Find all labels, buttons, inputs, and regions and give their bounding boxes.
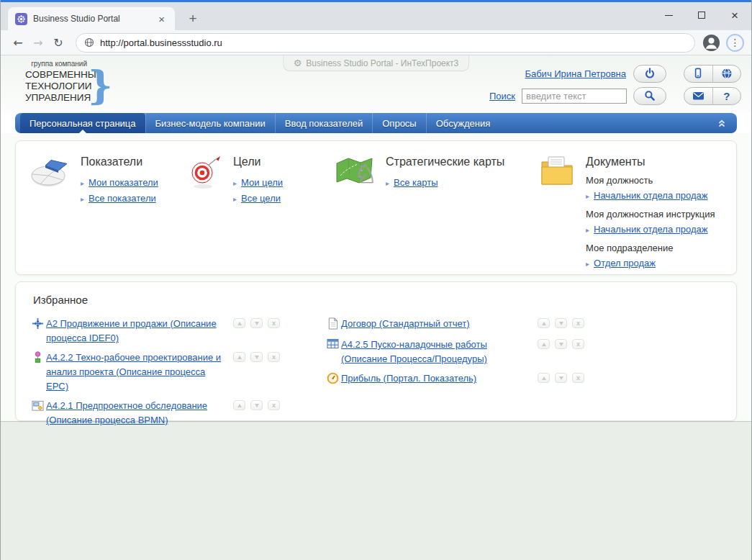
tab-personal-page[interactable]: Персональная страница [20,113,145,133]
magnifier-icon [644,90,656,101]
link-my-position[interactable]: Начальник отдела продаж [594,188,707,203]
link-my-goals[interactable]: Мои цели [241,175,283,190]
up-arrow-icon [237,404,242,407]
favorite-link[interactable]: A4.2.2 Техно-рабочее проектирование и ан… [46,351,227,394]
section-strategy-maps: ♘ Стратегические карты ▸Все карты [334,154,504,193]
favorite-link[interactable]: A4.2.1 Предпроектное обследование (Описа… [46,399,227,428]
tab-business-model[interactable]: Бизнес-модель компании [145,113,275,133]
tab-surveys[interactable]: Опросы [372,113,425,133]
move-down-button[interactable] [555,318,567,328]
section-title: Цели [233,155,283,168]
user-name-link[interactable]: Бабич Ирина Петровна [525,68,626,79]
minimize-icon [665,15,673,16]
remove-button[interactable]: x [572,373,584,383]
move-down-button[interactable] [250,352,263,362]
documents-group-label: Моя должностная инструкция [586,209,715,220]
remove-button[interactable]: x [572,339,584,349]
language-button[interactable] [712,66,741,82]
tab-discussions[interactable]: Обсуждения [426,113,500,133]
minimize-button[interactable] [652,2,685,28]
back-icon[interactable]: ← [8,36,28,50]
down-arrow-icon [559,322,563,325]
move-up-button[interactable] [538,318,550,328]
move-up-button[interactable] [233,400,245,410]
section-goals: Цели ▸Мои цели ▸Все цели [190,154,283,207]
link-all-indicators[interactable]: Все показатели [89,191,156,206]
favorite-link[interactable]: Прибыль (Портал. Показатель) [341,371,530,386]
move-up-button[interactable] [538,373,550,383]
move-up-button[interactable] [233,318,245,328]
address-bar[interactable]: http://portal.businessstudio.ru [76,33,695,53]
move-down-button[interactable] [555,373,567,383]
dashboard-panel: Показатели ▸Мои показатели ▸Все показате… [15,140,737,275]
window-controls: × [652,2,751,28]
favorite-item: A2 Продвижение и продажи (Описание проце… [32,317,280,346]
browser-menu-button[interactable]: ⋮ [726,34,744,52]
page-content: Показатели ▸Мои показатели ▸Все показате… [1,133,751,421]
tab-indicator-input[interactable]: Ввод показателей [275,113,373,133]
remove-button[interactable]: x [268,400,280,410]
document-icon [327,317,341,333]
move-down-button[interactable] [555,339,567,349]
search-input[interactable] [522,89,627,104]
mobile-phone-icon [692,68,704,79]
favorite-link[interactable]: A4.2.5 Пуско-наладочные работы (Описание… [341,338,530,366]
remove-icon: x [272,354,276,361]
arrow-bullet-icon: ▸ [233,191,237,207]
link-my-job-description[interactable]: Начальник отдела продаж [594,222,707,237]
globe-icon [84,37,94,48]
site-header: группа компаний СОВРЕМЕННЫЕ ТЕХНОЛОГИИ У… [1,55,751,113]
search-link[interactable]: Поиск [489,91,515,101]
collapse-navbar-button[interactable] [707,113,737,133]
bpmn-icon [32,399,46,415]
favorite-link[interactable]: A2 Продвижение и продажи (Описание проце… [46,317,227,346]
new-tab-button[interactable]: + [184,9,202,28]
tab-close-icon[interactable]: × [155,12,168,26]
maximize-button[interactable] [685,2,718,28]
section-title: Документы [586,155,715,168]
remove-button[interactable]: x [268,352,280,362]
pie-chart-icon [29,154,71,207]
favorite-link[interactable]: Договор (Стандартный отчет) [341,317,530,331]
move-down-button[interactable] [250,318,263,328]
browser-tab[interactable]: Business Studio Portal × [8,7,175,30]
move-up-button[interactable] [538,339,550,349]
header-button-group-top [684,65,741,83]
browser-toolbar: ← → ↻ http://portal.businessstudio.ru ⋮ [1,30,751,55]
portal-badge-text: Business Studio Portal - ИнТехПроект3 [306,58,458,68]
link-all-maps[interactable]: Все карты [394,175,438,190]
envelope-icon [692,91,705,101]
link-all-goals[interactable]: Все цели [241,191,281,206]
reload-icon[interactable]: ↻ [48,36,68,50]
section-title: Показатели [81,155,158,168]
section-title: Стратегические карты [386,155,504,168]
down-arrow-icon [559,343,563,346]
link-my-department[interactable]: Отдел продаж [594,256,656,271]
mail-button[interactable] [684,88,712,104]
remove-icon: x [272,320,276,327]
search-button[interactable] [633,87,666,105]
logout-button[interactable] [633,65,666,83]
up-arrow-icon [542,376,546,380]
profile-avatar-icon[interactable] [702,34,720,52]
forward-icon[interactable]: → [28,36,48,50]
logo-line: УПРАВЛЕНИЯ [25,92,87,104]
favorites-left-column: A2 Продвижение и продажи (Описание проце… [32,317,280,433]
power-icon [644,68,656,79]
favorites-panel: Избранное A2 Продвижение и продажи (Опис… [15,281,737,421]
close-button[interactable]: × [718,2,751,28]
maximize-icon [698,12,705,19]
move-down-button[interactable] [250,400,263,410]
url-text[interactable]: http://portal.businessstudio.ru [100,37,222,48]
down-arrow-icon [559,376,563,380]
header-button-group-bottom: ? [684,87,741,105]
move-up-button[interactable] [233,352,245,362]
link-my-indicators[interactable]: Мои показатели [89,175,158,190]
help-button[interactable]: ? [712,88,741,104]
logo-tagline: группа компаний [25,60,87,68]
remove-button[interactable]: x [572,318,584,328]
remove-button[interactable]: x [268,318,280,328]
close-icon: × [731,9,738,22]
mobile-version-button[interactable] [684,66,712,82]
arrow-bullet-icon: ▸ [586,189,589,204]
